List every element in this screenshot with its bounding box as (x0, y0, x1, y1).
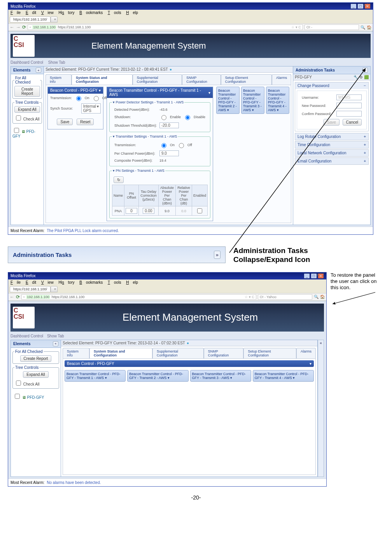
menu-help[interactable]: Help (126, 280, 138, 285)
enabled-checkbox[interactable] (197, 208, 202, 213)
tab-alarms[interactable]: Alarms (272, 74, 291, 85)
tab-setup-element[interactable]: Setup Element Configuration (243, 348, 296, 358)
admin-item[interactable]: Local Network Configuration+ (295, 149, 369, 157)
tx-off-radio[interactable] (94, 96, 99, 101)
tx-pill[interactable]: Beacon Transmitter Control - PFD-GFY - T… (127, 370, 188, 382)
corner-tools[interactable]: ▲ ⛶ (316, 272, 324, 276)
tx-pill[interactable]: Beacon Transmitter Control - PFD-GFY - T… (241, 87, 264, 114)
new-tab-button[interactable]: + (51, 16, 58, 23)
tab-snmp[interactable]: SNMP Configuration (204, 348, 244, 358)
menu-edit[interactable]: Edit (26, 280, 36, 285)
address-bar[interactable]: ▫ 192.168.1.100 https://192.168.1.100 ☆ … (21, 294, 256, 300)
expand-all-button[interactable]: Expand All (14, 106, 40, 113)
home-icon[interactable]: 🏠 (320, 295, 325, 299)
collapse-icon[interactable]: « (53, 341, 58, 346)
tx-pill[interactable]: Beacon Transmitter Control - PFD-GFY - T… (253, 370, 314, 382)
admin-item[interactable]: Time Configuration+ (295, 141, 369, 148)
check-all-checkbox[interactable] (16, 115, 21, 120)
menu-bookmarks[interactable]: Bookmarks (79, 10, 103, 15)
tab-supplemental[interactable]: Supplemental Configuration (133, 74, 182, 85)
pn-offset-input[interactable]: 0 (126, 208, 137, 214)
save-button[interactable]: Save (324, 119, 340, 126)
tab-system-status[interactable]: System Status and Configuration (72, 74, 133, 85)
collapse-icon[interactable]: « (36, 68, 41, 73)
new-password-input[interactable] (336, 103, 362, 108)
tau-input[interactable]: 0.00 (143, 208, 154, 214)
reset-button[interactable]: Reset (77, 119, 94, 125)
tree-node-checkbox[interactable] (14, 128, 19, 133)
menu-file[interactable]: File (10, 10, 21, 15)
change-password-header[interactable]: Change Password− (295, 82, 368, 89)
tx2-on-radio[interactable] (161, 143, 166, 148)
search-bar[interactable]: O! - Yahoo (258, 294, 312, 300)
tab-snmp[interactable]: SNMP Configuration (182, 74, 221, 85)
chevron-down-icon[interactable]: ▾ (208, 91, 210, 95)
menu-view[interactable]: View (41, 10, 54, 15)
star-icon[interactable]: ☆ ▾ C (291, 25, 301, 29)
create-report-button[interactable]: Create Report (14, 86, 40, 97)
collapse-expand-icon[interactable]: » (214, 251, 220, 259)
create-report-button[interactable]: Create Report (20, 355, 52, 362)
search-go-icon[interactable]: 🔍 (360, 25, 365, 30)
tree-node[interactable]: 🖥 PFD-GFY (11, 125, 44, 140)
star-icon[interactable]: ☆ ▾ C (245, 295, 254, 299)
tree-node[interactable]: 🖥 PFD-GFY (11, 390, 61, 402)
synch-source-select[interactable]: Internal GPS▾ (81, 103, 101, 113)
search-bar[interactable]: O! - (304, 24, 359, 30)
tx-pill[interactable]: Beacon Transmitter Control - PFD-GFY - T… (216, 87, 240, 114)
dash-item[interactable]: Show Tab (47, 334, 64, 338)
search-go-icon[interactable]: 🔍 (314, 295, 318, 299)
reload-icon[interactable]: ⟳ (22, 24, 26, 30)
corner-tools[interactable]: ▲ ⛶ (363, 3, 371, 7)
browser-tab[interactable]: https://192.168.1.100/ (10, 16, 51, 23)
reload-icon[interactable]: ⟳ (16, 294, 20, 300)
menu-bookmarks[interactable]: Bookmarks (79, 280, 103, 285)
tab-system-info[interactable]: System Info (63, 348, 89, 358)
dash-item[interactable]: Dashboard Control (10, 334, 43, 338)
home-icon[interactable]: 🏠 (367, 25, 371, 30)
back-icon[interactable]: ← (10, 294, 14, 300)
cancel-button[interactable]: Cancel (343, 119, 362, 126)
menu-view[interactable]: View (41, 280, 54, 285)
tab-system-info[interactable]: System Info (46, 74, 72, 85)
refresh-icon[interactable]: ↻ (114, 176, 124, 183)
back-icon[interactable]: ← (10, 24, 14, 30)
forward-icon[interactable]: → (16, 24, 21, 30)
address-bar[interactable]: ▫ 192.168.1.100 https://192.168.1.100 ☆ … (28, 24, 303, 30)
dash-item[interactable]: Show Tab (48, 60, 65, 65)
tx2-off-radio[interactable] (179, 143, 184, 148)
expand-icon[interactable]: « (320, 341, 322, 345)
menu-help[interactable]: Help (126, 10, 138, 15)
shutdown-disable-radio[interactable] (185, 115, 190, 120)
chevron-down-icon[interactable]: ▾ (99, 88, 101, 93)
threshold-input[interactable]: -20.0 (159, 122, 179, 128)
admin-collapse-icon[interactable]: » (362, 68, 368, 73)
tab-supplemental[interactable]: Supplemental Configuration (152, 348, 204, 358)
minimize-icon[interactable]: _ (304, 273, 310, 279)
tab-system-status[interactable]: System Status and Configuration (89, 348, 152, 358)
admin-expand-strip[interactable]: « (318, 340, 324, 477)
shutdown-enable-radio[interactable] (161, 115, 166, 120)
menu-tools[interactable]: Tools (108, 10, 121, 15)
browser-tab[interactable]: https://192.168.1.100/ (10, 286, 51, 292)
tx-pill[interactable]: Beacon Transmitter Control - PFD-GFY - T… (266, 87, 289, 114)
per-channel-power-input[interactable]: 9.0 (159, 150, 179, 156)
check-all-checkbox[interactable] (16, 381, 21, 386)
admin-item[interactable]: Email Configuration+ (295, 157, 369, 165)
menu-file[interactable]: File (10, 280, 21, 285)
menu-tools[interactable]: Tools (108, 280, 121, 285)
new-tab-button[interactable]: + (51, 286, 58, 292)
admin-tool-icons[interactable]: 🔧 ⚙ 🟩 (354, 75, 369, 79)
minimize-icon[interactable]: _ (350, 3, 357, 9)
username-input[interactable]: WEMS (336, 94, 362, 100)
tx-pill[interactable]: Beacon Transmitter Control - PFD-GFY - T… (65, 370, 126, 382)
tx-pill[interactable]: Beacon Transmitter Control - PFD-GFY - T… (190, 370, 251, 382)
dash-item[interactable]: Dashboard Control (10, 60, 43, 65)
menu-history[interactable]: History (58, 10, 74, 15)
chevron-down-icon[interactable]: ▾ (310, 361, 312, 366)
tx-on-radio[interactable] (76, 96, 81, 101)
expand-all-button[interactable]: Expand All (23, 371, 48, 378)
tab-setup-element[interactable]: Setup Element Configuration (221, 74, 272, 85)
save-button[interactable]: Save (57, 119, 73, 125)
menu-history[interactable]: History (58, 280, 74, 285)
